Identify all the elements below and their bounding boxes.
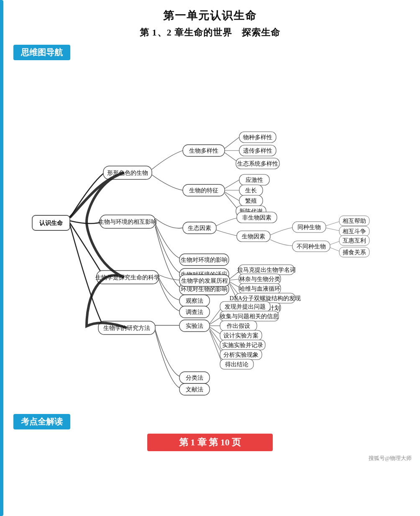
svg-text:形形色色的生物: 形形色色的生物 — [107, 170, 148, 176]
svg-text:繁殖: 繁殖 — [245, 198, 257, 204]
mind-map-svg: 认识生命 形形色色的生物 生物多样性 物种多样性 遗传多样性 — [7, 67, 413, 410]
svg-text:生物学的发展历程: 生物学的发展历程 — [181, 278, 228, 284]
svg-text:认识生命: 认识生命 — [39, 220, 63, 226]
svg-text:得出结论: 得出结论 — [225, 361, 248, 368]
svg-text:拉马克提出生物学名词: 拉马克提出生物学名词 — [237, 267, 296, 273]
svg-text:遗传多样性: 遗传多样性 — [243, 148, 272, 154]
svg-text:实施实验并记录: 实施实验并记录 — [222, 342, 263, 348]
bottom-chapter-title: 第 1 章 第 10 页 — [147, 434, 273, 451]
svg-text:生长: 生长 — [245, 187, 257, 194]
svg-line-17 — [225, 180, 239, 189]
svg-text:作出假设: 作出假设 — [226, 323, 250, 329]
svg-text:DNA分子双螺旋结构的发现: DNA分子双螺旋结构的发现 — [230, 295, 301, 301]
svg-text:生物多样性: 生物多样性 — [189, 148, 218, 154]
svg-text:非生物因素: 非生物因素 — [242, 215, 271, 221]
svg-text:相互帮助: 相互帮助 — [343, 218, 366, 224]
svg-text:生物与环境的相互影响: 生物与环境的相互影响 — [98, 219, 157, 225]
svg-text:哈维与血液循环: 哈维与血液循环 — [239, 286, 280, 292]
svg-text:林奈与生物分类: 林奈与生物分类 — [239, 276, 280, 282]
svg-text:物种多样性: 物种多样性 — [243, 134, 272, 140]
main-title: 第一单元认识生命 — [4, 8, 416, 23]
svg-text:不同种生物: 不同种生物 — [297, 243, 326, 250]
svg-text:同种生物: 同种生物 — [297, 224, 321, 230]
svg-line-6 — [225, 137, 239, 148]
sub-title: 第 1、2 章生命的世界 探索生命 — [4, 26, 416, 39]
svg-text:相互斗争: 相互斗争 — [343, 228, 366, 235]
svg-text:环境对生物的影响: 环境对生物的影响 — [181, 286, 228, 292]
svg-text:实验法: 实验法 — [186, 323, 203, 329]
svg-text:设计实验方案: 设计实验方案 — [223, 332, 259, 339]
svg-text:生物的特征: 生物的特征 — [189, 187, 218, 194]
svg-line-23 — [225, 192, 239, 201]
svg-text:应激性: 应激性 — [246, 177, 263, 183]
svg-text:分类法: 分类法 — [186, 375, 203, 381]
mind-map-area: 认识生命 形形色色的生物 生物多样性 物种多样性 遗传多样性 — [4, 67, 416, 410]
section1-header: 思维图导航 — [13, 45, 70, 60]
svg-text:收集与问题相关的信息: 收集与问题相关的信息 — [220, 313, 279, 319]
svg-text:生物对环境的影响: 生物对环境的影响 — [181, 257, 228, 263]
svg-text:互惠互利: 互惠互利 — [343, 238, 366, 244]
svg-text:生态因素: 生态因素 — [188, 225, 211, 231]
page-container: 第一单元认识生命 第 1、2 章生命的世界 探索生命 思维图导航 认识生命 形形… — [0, 0, 420, 516]
svg-text:文献法: 文献法 — [186, 386, 203, 393]
svg-text:生态系统多样性: 生态系统多样性 — [237, 161, 278, 167]
section2-header: 考点全解读 — [13, 414, 70, 429]
svg-text:发现并提出问题: 发现并提出问题 — [225, 304, 266, 310]
footer-text: 搜狐号@物理大师 — [4, 455, 412, 462]
blue-left-bar — [0, 0, 3, 516]
svg-text:观察法: 观察法 — [186, 298, 203, 304]
svg-text:分析实验现象: 分析实验现象 — [223, 352, 259, 358]
svg-text:生物因素: 生物因素 — [242, 233, 265, 240]
svg-text:捕食关系: 捕食关系 — [343, 249, 366, 255]
svg-text:调查法: 调查法 — [186, 309, 203, 315]
